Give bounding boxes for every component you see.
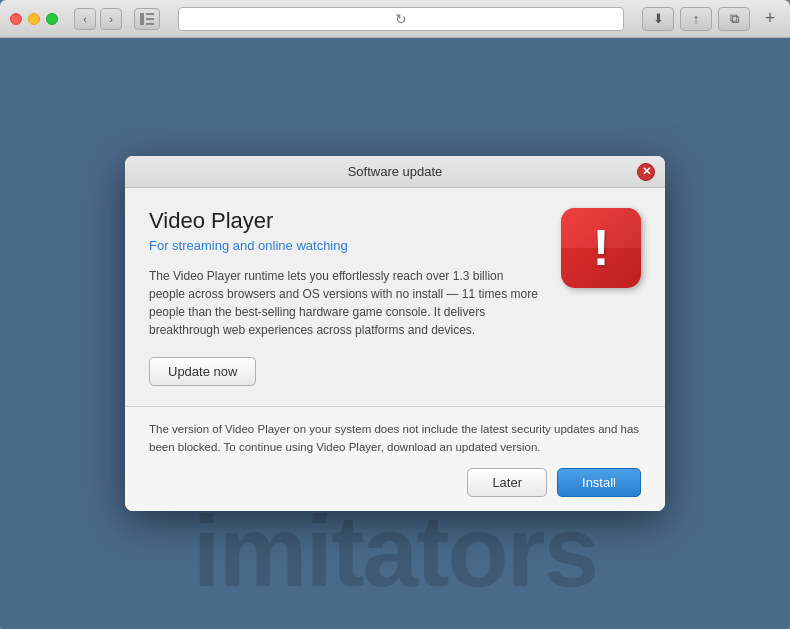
tabs-icon: ⧉ (730, 11, 739, 27)
share-button[interactable]: ↑ (680, 7, 712, 31)
browser-window: ‹ › ↻ ⬇ ↑ ⧉ + imi (0, 0, 790, 629)
address-bar[interactable]: ↻ (178, 7, 624, 31)
browser-content: imitators Software update ✕ Video Player… (0, 38, 790, 629)
warning-icon: ! (561, 208, 641, 288)
close-window-button[interactable] (10, 13, 22, 25)
back-button[interactable]: ‹ (74, 8, 96, 30)
update-now-button[interactable]: Update now (149, 357, 256, 386)
svg-rect-3 (146, 23, 154, 25)
warning-icon-container: ! (561, 208, 641, 288)
minimize-window-button[interactable] (28, 13, 40, 25)
modal-body: Video Player For streaming and online wa… (125, 188, 665, 406)
modal-overlay: Software update ✕ Video Player For strea… (0, 38, 790, 629)
svg-rect-1 (146, 13, 154, 15)
download-button[interactable]: ⬇ (642, 7, 674, 31)
footer-message: The version of Video Player on your syst… (149, 421, 641, 456)
software-update-modal: Software update ✕ Video Player For strea… (125, 156, 665, 511)
nav-buttons: ‹ › (74, 8, 122, 30)
modal-text-section: Video Player For streaming and online wa… (149, 208, 541, 386)
exclamation-mark: ! (593, 223, 610, 273)
close-icon: ✕ (642, 166, 651, 177)
later-button[interactable]: Later (467, 468, 547, 497)
svg-rect-0 (140, 13, 144, 25)
app-title: Video Player (149, 208, 541, 234)
footer-buttons: Later Install (149, 468, 641, 497)
new-tab-button[interactable]: + (760, 9, 780, 29)
modal-titlebar: Software update ✕ (125, 156, 665, 188)
app-subtitle: For streaming and online watching (149, 238, 541, 253)
tabs-button[interactable]: ⧉ (718, 7, 750, 31)
modal-footer: The version of Video Player on your syst… (125, 406, 665, 511)
install-button[interactable]: Install (557, 468, 641, 497)
title-bar: ‹ › ↻ ⬇ ↑ ⧉ + (0, 0, 790, 38)
reload-button[interactable]: ↻ (393, 11, 409, 27)
download-icon: ⬇ (653, 11, 664, 26)
app-description: The Video Player runtime lets you effort… (149, 267, 541, 339)
maximize-window-button[interactable] (46, 13, 58, 25)
sidebar-toggle-button[interactable] (134, 8, 160, 30)
forward-button[interactable]: › (100, 8, 122, 30)
modal-close-button[interactable]: ✕ (637, 163, 655, 181)
svg-rect-2 (146, 18, 154, 20)
traffic-lights (10, 13, 58, 25)
modal-title: Software update (348, 164, 443, 179)
share-icon: ↑ (693, 11, 700, 26)
toolbar-right: ⬇ ↑ ⧉ + (642, 7, 780, 31)
